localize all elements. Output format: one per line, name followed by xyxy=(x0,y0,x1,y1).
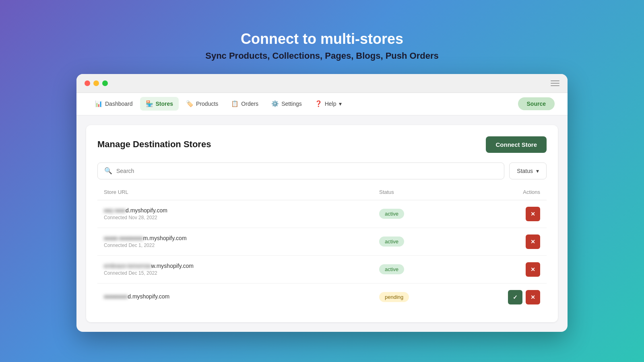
maximize-button[interactable] xyxy=(102,80,108,86)
store-connected-date: Connected Dec 1, 2022 xyxy=(104,243,379,248)
store-url-suffix: w.myshopify.com xyxy=(151,263,194,269)
table-container: Store URL Status Actions ●●y-●●●d.myshop… xyxy=(97,189,547,311)
reject-button[interactable]: ✕ xyxy=(526,234,540,249)
store-url-cell: ●●y-●●●d.myshopify.com Connected Nov 28,… xyxy=(104,207,379,220)
hamburger-line xyxy=(551,80,559,81)
store-url-suffix: d.myshopify.com xyxy=(128,293,169,300)
search-icon: 🔍 xyxy=(104,167,112,175)
column-header-store-url: Store URL xyxy=(104,189,379,195)
status-badge: pending xyxy=(379,292,409,302)
status-filter-button[interactable]: Status ▾ xyxy=(509,162,547,179)
store-url-suffix: m.myshopify.com xyxy=(143,235,187,241)
nav-items: 📊 Dashboard 🏪 Stores 🏷️ Products 📋 Order… xyxy=(89,97,518,111)
page-title: Manage Destination Stores xyxy=(97,139,211,150)
title-bar xyxy=(76,74,568,93)
status-badge: active xyxy=(379,209,404,219)
hero-title: Connect to multi-stores xyxy=(241,31,403,47)
nav-item-orders[interactable]: 📋 Orders xyxy=(225,97,264,111)
status-filter-label: Status xyxy=(517,168,533,174)
approve-button[interactable]: ✓ xyxy=(508,290,522,304)
nav-item-products[interactable]: 🏷️ Products xyxy=(180,97,224,111)
page-header: Manage Destination Stores Connect Store xyxy=(97,136,547,153)
nav-products-label: Products xyxy=(196,101,218,107)
nav-item-stores[interactable]: 🏪 Stores xyxy=(140,97,179,111)
table-row: ●●●●-●●●●●●●m.myshopify.com Connected De… xyxy=(97,228,547,256)
nav-orders-label: Orders xyxy=(241,101,258,107)
store-url-blurred: ●●●●●●● xyxy=(104,293,128,300)
column-header-status: Status xyxy=(379,189,460,195)
store-url: embrace-tomorroww.myshopify.com xyxy=(104,263,379,269)
hamburger-line xyxy=(551,85,559,86)
reject-button[interactable]: ✕ xyxy=(526,262,540,277)
nav-item-dashboard[interactable]: 📊 Dashboard xyxy=(89,97,138,111)
nav-dashboard-label: Dashboard xyxy=(105,101,133,107)
help-icon: ❓ xyxy=(315,100,322,107)
source-button[interactable]: Source xyxy=(518,97,555,110)
stores-icon: 🏪 xyxy=(146,100,153,107)
connect-store-button[interactable]: Connect Store xyxy=(486,136,547,153)
app-window: 📊 Dashboard 🏪 Stores 🏷️ Products 📋 Order… xyxy=(76,74,568,332)
store-url-blurred: ●●y-●●● xyxy=(104,207,126,214)
nav-item-settings[interactable]: ⚙️ Settings xyxy=(266,97,308,111)
dashboard-icon: 📊 xyxy=(95,100,103,107)
store-url-blurred: embrace-tomorrow xyxy=(104,263,151,269)
nav-help-label: Help xyxy=(325,101,336,107)
actions-cell: ✓ ✕ xyxy=(460,290,540,304)
status-cell: active xyxy=(379,264,460,274)
main-content: Manage Destination Stores Connect Store … xyxy=(86,125,558,322)
search-input[interactable] xyxy=(116,163,497,179)
search-wrapper: 🔍 xyxy=(97,162,504,179)
status-cell: pending xyxy=(379,292,460,302)
store-url-blurred: ●●●●-●●●●●●● xyxy=(104,235,143,241)
table-row: ●●y-●●●d.myshopify.com Connected Nov 28,… xyxy=(97,200,547,228)
nav-stores-label: Stores xyxy=(156,101,173,107)
status-badge: active xyxy=(379,237,404,247)
column-header-actions: Actions xyxy=(460,189,540,195)
traffic-lights xyxy=(85,80,108,86)
store-url: ●●●●-●●●●●●●m.myshopify.com xyxy=(104,235,379,241)
store-connected-date: Connected Dec 15, 2022 xyxy=(104,270,379,276)
status-cell: active xyxy=(379,237,460,247)
store-url-suffix: d.myshopify.com xyxy=(126,207,167,214)
settings-icon: ⚙️ xyxy=(271,100,279,107)
actions-cell: ✕ xyxy=(460,234,540,249)
nav-settings-label: Settings xyxy=(281,101,302,107)
store-url-cell: ●●●●-●●●●●●●m.myshopify.com Connected De… xyxy=(104,235,379,248)
table-row: embrace-tomorroww.myshopify.com Connecte… xyxy=(97,256,547,284)
reject-button[interactable]: ✕ xyxy=(526,207,540,221)
store-url: ●●y-●●●d.myshopify.com xyxy=(104,207,379,214)
store-url-cell: embrace-tomorroww.myshopify.com Connecte… xyxy=(104,263,379,276)
hamburger-menu-icon[interactable] xyxy=(551,80,559,86)
store-connected-date: Connected Nov 28, 2022 xyxy=(104,215,379,220)
actions-cell: ✕ xyxy=(460,262,540,277)
status-badge: active xyxy=(379,264,404,274)
chevron-down-icon: ▾ xyxy=(339,101,342,107)
nav-item-help[interactable]: ❓ Help ▾ xyxy=(309,97,347,111)
products-icon: 🏷️ xyxy=(186,100,194,107)
table-header: Store URL Status Actions xyxy=(97,189,547,200)
status-cell: active xyxy=(379,209,460,219)
table-row: ●●●●●●●d.myshopify.com pending ✓ ✕ xyxy=(97,284,547,311)
nav-bar: 📊 Dashboard 🏪 Stores 🏷️ Products 📋 Order… xyxy=(76,93,568,115)
actions-cell: ✕ xyxy=(460,207,540,221)
minimize-button[interactable] xyxy=(93,80,99,86)
hamburger-line xyxy=(551,83,559,84)
store-url-cell: ●●●●●●●d.myshopify.com xyxy=(104,293,379,301)
close-button[interactable] xyxy=(85,80,90,86)
hero-subtitle: Sync Products, Collections, Pages, Blogs… xyxy=(205,51,439,61)
search-filter-row: 🔍 Status ▾ xyxy=(97,162,547,179)
store-url: ●●●●●●●d.myshopify.com xyxy=(104,293,379,300)
orders-icon: 📋 xyxy=(231,100,239,107)
reject-button[interactable]: ✕ xyxy=(526,290,540,304)
chevron-down-icon: ▾ xyxy=(536,168,539,174)
